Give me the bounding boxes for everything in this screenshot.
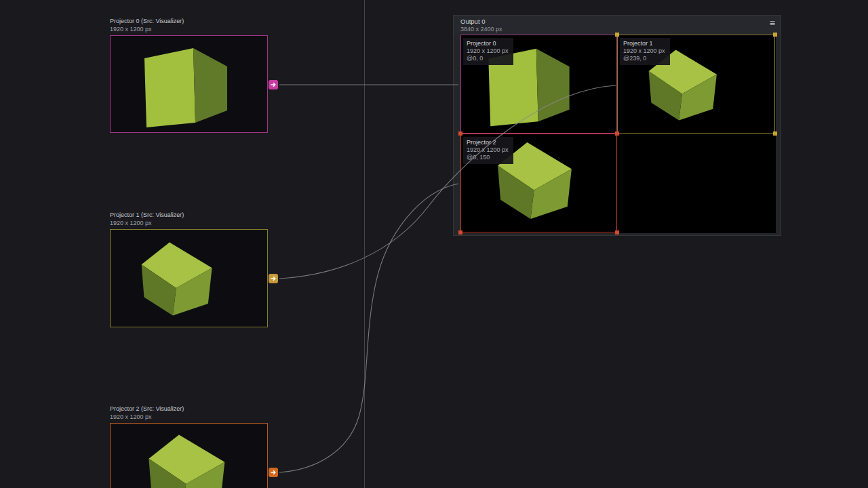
region-title: Projector 0 (467, 40, 509, 47)
region-size: 1920 x 1200 px (467, 47, 509, 55)
node-projector-0-label: Projector 0 (Src: Visualizer) 1920 x 120… (110, 17, 184, 33)
projector-1-cube-preview (135, 238, 223, 321)
region-title: Projector 2 (467, 139, 509, 146)
region-offset: @0, 150 (467, 154, 509, 161)
node-projector-1-label: Projector 1 (Src: Visualizer) 1920 x 120… (110, 211, 184, 227)
projector-1-output-port[interactable] (269, 274, 278, 283)
output-region-projector-1[interactable]: Projector 1 1920 x 1200 px @239, 0 (617, 35, 775, 134)
output-region-projector-2[interactable]: Projector 2 1920 x 1200 px @0, 150 (460, 134, 617, 232)
node-projector-2-preview[interactable] (110, 423, 268, 488)
output-composition-area[interactable]: Projector 0 1920 x 1200 px @0, 0 Project… (460, 35, 776, 233)
projector-2-output-port[interactable] (269, 468, 278, 477)
cube-face-front (144, 48, 195, 127)
node-title: Projector 2 (Src: Visualizer) (110, 405, 184, 413)
resize-handle[interactable] (773, 33, 777, 37)
arrow-right-icon (270, 81, 277, 88)
resize-handle[interactable] (615, 230, 619, 235)
projector-0-cube-preview (134, 40, 235, 131)
projector-2-cube-preview (142, 430, 237, 488)
region-title: Projector 1 (623, 40, 665, 47)
output-panel-header[interactable]: Output 0 3840 x 2400 px ≡ (454, 16, 781, 35)
node-projector-2-label: Projector 2 (Src: Visualizer) 1920 x 120… (110, 405, 184, 421)
region-size: 1920 x 1200 px (467, 146, 509, 154)
region-offset: @0, 0 (467, 55, 509, 62)
arrow-right-icon (270, 275, 277, 282)
resize-handle[interactable] (458, 131, 462, 136)
node-projector-1-preview[interactable] (110, 229, 268, 327)
resize-handle[interactable] (615, 131, 619, 136)
output-region-projector-0[interactable]: Projector 0 1920 x 1200 px @0, 0 (460, 35, 617, 134)
node-graph-canvas[interactable]: Projector 0 (Src: Visualizer) 1920 x 120… (0, 0, 868, 488)
region-projector-2-label: Projector 2 1920 x 1200 px @0, 150 (463, 137, 513, 164)
cube-face-side (193, 48, 227, 123)
region-projector-1-label: Projector 1 1920 x 1200 px @239, 0 (620, 38, 670, 65)
node-title: Projector 0 (Src: Visualizer) (110, 17, 184, 25)
region-offset: @239, 0 (623, 55, 665, 62)
arrow-right-icon (270, 469, 277, 476)
output-panel[interactable]: Output 0 3840 x 2400 px ≡ Projector 0 19… (453, 15, 781, 236)
resize-handle[interactable] (773, 131, 777, 136)
resize-handle[interactable] (458, 230, 462, 235)
region-size: 1920 x 1200 px (623, 47, 665, 55)
region-projector-0-label: Projector 0 1920 x 1200 px @0, 0 (463, 38, 513, 65)
output-panel-title: Output 0 (460, 18, 774, 26)
resize-handle[interactable] (615, 33, 619, 37)
node-title: Projector 1 (Src: Visualizer) (110, 211, 184, 219)
node-resolution: 1920 x 1200 px (110, 219, 184, 227)
node-resolution: 1920 x 1200 px (110, 413, 184, 421)
node-projector-0-preview[interactable] (110, 35, 268, 133)
node-resolution: 1920 x 1200 px (110, 25, 184, 33)
menu-icon[interactable]: ≡ (770, 18, 775, 28)
projector-0-output-port[interactable] (269, 80, 278, 89)
cube-face-side (536, 49, 570, 122)
